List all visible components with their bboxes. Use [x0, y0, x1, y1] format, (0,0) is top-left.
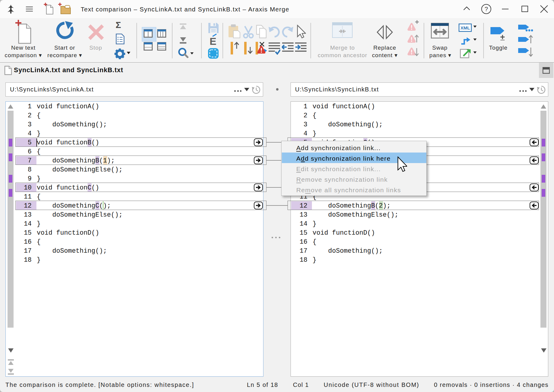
svg-text:?: ? — [484, 6, 488, 12]
svg-text:XML: XML — [460, 25, 470, 30]
